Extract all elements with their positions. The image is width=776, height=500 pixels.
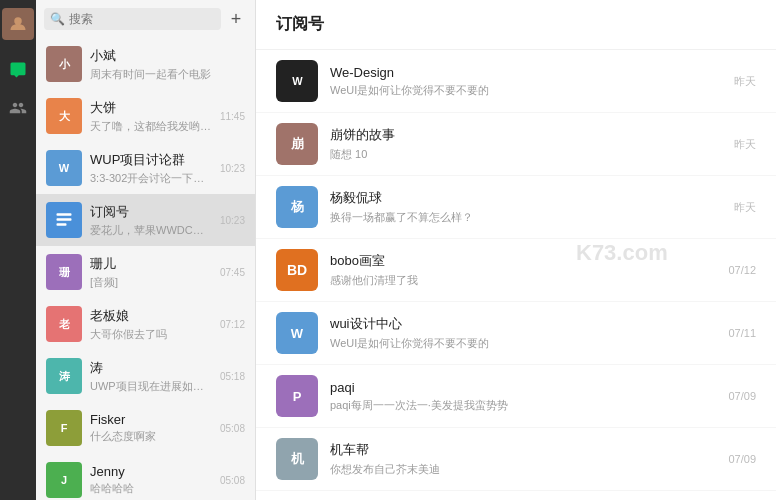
- chat-list-item[interactable]: 小 小斌 周末有时间一起看个电影: [36, 38, 255, 90]
- sub-name: We-Design: [330, 65, 722, 80]
- sub-time: 07/12: [728, 264, 756, 276]
- avatar: 珊: [46, 254, 82, 290]
- chat-time: 10:23: [220, 215, 245, 226]
- subscription-item[interactable]: W wui设计中心 WeUI是如何让你觉得不要不要的 07/11: [256, 302, 776, 365]
- chat-time: 05:18: [220, 371, 245, 382]
- avatar: P: [276, 375, 318, 417]
- search-input[interactable]: [69, 12, 215, 26]
- add-contact-button[interactable]: +: [225, 8, 247, 30]
- avatar: W: [276, 60, 318, 102]
- chat-meta: 05:08: [220, 475, 245, 486]
- sub-preview: WeUI是如何让你觉得不要不要的: [330, 83, 722, 98]
- avatar: 崩: [276, 123, 318, 165]
- chat-nav-icon[interactable]: [2, 54, 34, 86]
- chat-time: 05:08: [220, 423, 245, 434]
- chat-name: Fisker: [90, 412, 212, 427]
- avatar: W: [46, 150, 82, 186]
- subscription-item[interactable]: W We-Design WeUI是如何让你觉得不要不要的 昨天: [256, 50, 776, 113]
- avatar: 机: [276, 438, 318, 480]
- avatar: 涛: [46, 358, 82, 394]
- svg-rect-3: [57, 223, 67, 226]
- chat-info: 涛 UWP项目现在进展如何了: [90, 359, 212, 394]
- chat-time: 07:45: [220, 267, 245, 278]
- chat-list-item[interactable]: W WUP项目讨论群 3:3-302开会讨论一下方案 10:23: [36, 142, 255, 194]
- avatar: J: [46, 462, 82, 498]
- chat-list-item[interactable]: 珊 珊儿 [音频] 07:45: [36, 246, 255, 298]
- chat-time: 07:12: [220, 319, 245, 330]
- chat-list-item[interactable]: 大 大饼 天了噜，这都给我发哟，你知道... 11:45: [36, 90, 255, 142]
- sub-name: 崩饼的故事: [330, 126, 722, 144]
- avatar: BD: [276, 249, 318, 291]
- chat-meta: 07:45: [220, 267, 245, 278]
- subscription-item[interactable]: P paqi paqi每周一一次法一·美发提我蛮势势 07/09: [256, 365, 776, 428]
- search-input-wrap[interactable]: 🔍: [44, 8, 221, 30]
- chat-meta: 05:08: [220, 423, 245, 434]
- chat-info: Fisker 什么态度啊家: [90, 412, 212, 444]
- contact-nav-icon[interactable]: [2, 92, 34, 124]
- subscription-item[interactable]: 机 机车帮 你想发布自己芥末美迪 07/09: [256, 428, 776, 491]
- avatar: 小: [46, 46, 82, 82]
- sub-name: wui设计中心: [330, 315, 716, 333]
- sub-info: bobo画室 感谢他们清理了我: [330, 252, 716, 288]
- chat-list-item[interactable]: 涛 涛 UWP项目现在进展如何了 05:18: [36, 350, 255, 402]
- chat-info: 大饼 天了噜，这都给我发哟，你知道...: [90, 99, 212, 134]
- sub-time: 昨天: [734, 200, 756, 215]
- chat-meta: 07:12: [220, 319, 245, 330]
- chat-list-item[interactable]: 老 老板娘 大哥你假去了吗 07:12: [36, 298, 255, 350]
- subscription-item[interactable]: 杨 杨毅侃球 换得一场都赢了不算怎么样？ 昨天: [256, 176, 776, 239]
- chat-preview: UWP项目现在进展如何了: [90, 379, 212, 394]
- sub-time: 07/09: [728, 453, 756, 465]
- chat-info: 老板娘 大哥你假去了吗: [90, 307, 212, 342]
- chat-info: WUP项目讨论群 3:3-302开会讨论一下方案: [90, 151, 212, 186]
- sub-preview: 感谢他们清理了我: [330, 273, 716, 288]
- sub-name: paqi: [330, 380, 716, 395]
- subscription-item[interactable]: bd 青木 抄袭我们可以，但职业道德哦去了？ 07/09: [256, 491, 776, 500]
- chat-preview: 周末有时间一起看个电影: [90, 67, 237, 82]
- sub-preview: 随想 10: [330, 147, 722, 162]
- subscription-item[interactable]: BD bobo画室 感谢他们清理了我 07/12: [256, 239, 776, 302]
- chat-time: 11:45: [220, 111, 245, 122]
- chat-info: Jenny 哈哈哈哈: [90, 464, 212, 496]
- chat-name: WUP项目讨论群: [90, 151, 212, 169]
- sub-name: bobo画室: [330, 252, 716, 270]
- main-header: 订阅号: [256, 0, 776, 50]
- chat-name: Jenny: [90, 464, 212, 479]
- chat-list-item[interactable]: 订阅号 爱花儿，苹果WWDC官方时间... 10:23: [36, 194, 255, 246]
- avatar: 大: [46, 98, 82, 134]
- sub-info: 崩饼的故事 随想 10: [330, 126, 722, 162]
- chat-info: 小斌 周末有时间一起看个电影: [90, 47, 237, 82]
- sub-info: paqi paqi每周一一次法一·美发提我蛮势势: [330, 380, 716, 413]
- user-avatar[interactable]: [2, 8, 34, 40]
- chat-list-item[interactable]: F Fisker 什么态度啊家 05:08: [36, 402, 255, 454]
- chat-preview: 什么态度啊家: [90, 429, 212, 444]
- chat-preview: [音频]: [90, 275, 212, 290]
- chat-meta: 05:18: [220, 371, 245, 382]
- chat-time: 10:23: [220, 163, 245, 174]
- sub-name: 杨毅侃球: [330, 189, 722, 207]
- sub-info: 机车帮 你想发布自己芥末美迪: [330, 441, 716, 477]
- chat-preview: 爱花儿，苹果WWDC官方时间...: [90, 223, 212, 238]
- chat-meta: 10:23: [220, 163, 245, 174]
- chat-items-list: 小 小斌 周末有时间一起看个电影 大 大饼 天了噜，这都给我发哟，你知道... …: [36, 38, 255, 500]
- chat-list-panel: 🔍 + 小 小斌 周末有时间一起看个电影 大 大饼 天了噜，这都给我发哟，你知道…: [36, 0, 256, 500]
- chat-preview: 大哥你假去了吗: [90, 327, 212, 342]
- avatar: W: [276, 312, 318, 354]
- sub-preview: paqi每周一一次法一·美发提我蛮势势: [330, 398, 716, 413]
- chat-list-item[interactable]: J Jenny 哈哈哈哈 05:08: [36, 454, 255, 500]
- chat-info: 珊儿 [音频]: [90, 255, 212, 290]
- sub-info: 杨毅侃球 换得一场都赢了不算怎么样？: [330, 189, 722, 225]
- sub-info: We-Design WeUI是如何让你觉得不要不要的: [330, 65, 722, 98]
- search-icon: 🔍: [50, 12, 65, 26]
- subscription-item[interactable]: 崩 崩饼的故事 随想 10 昨天: [256, 113, 776, 176]
- chat-name: 订阅号: [90, 203, 212, 221]
- chat-meta: 10:23: [220, 215, 245, 226]
- subscription-list: W We-Design WeUI是如何让你觉得不要不要的 昨天 崩 崩饼的故事 …: [256, 50, 776, 500]
- sub-time: 07/09: [728, 390, 756, 402]
- avatar: F: [46, 410, 82, 446]
- chat-preview: 哈哈哈哈: [90, 481, 212, 496]
- svg-rect-1: [57, 213, 72, 216]
- page-title: 订阅号: [276, 14, 756, 35]
- sidebar: [0, 0, 36, 500]
- sub-info: wui设计中心 WeUI是如何让你觉得不要不要的: [330, 315, 716, 351]
- sub-preview: WeUI是如何让你觉得不要不要的: [330, 336, 716, 351]
